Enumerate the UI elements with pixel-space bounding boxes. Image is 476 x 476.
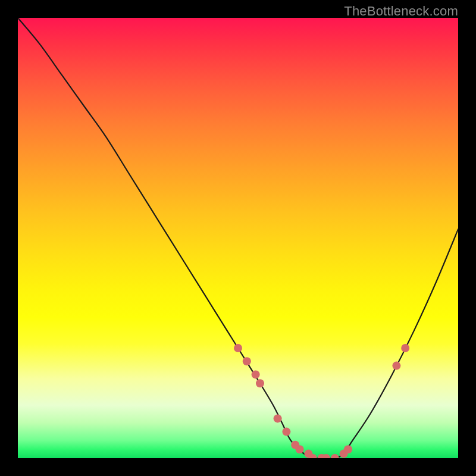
curve-layer — [18, 18, 458, 458]
highlight-dot — [296, 445, 304, 453]
highlight-dot — [344, 445, 352, 453]
highlight-dot — [274, 414, 282, 422]
plot-area — [18, 18, 458, 458]
chart-container: TheBottleneck.com — [0, 0, 476, 476]
highlight-dot — [331, 454, 339, 458]
highlight-dot — [234, 344, 242, 352]
highlight-dot — [243, 357, 251, 365]
highlight-dots — [234, 344, 409, 458]
highlight-dot — [252, 370, 260, 378]
highlight-dot — [282, 428, 290, 436]
bottleneck-curve — [18, 18, 458, 458]
highlight-dot — [256, 379, 264, 387]
highlight-dot — [401, 344, 409, 352]
watermark-text: TheBottleneck.com — [344, 4, 458, 19]
highlight-dot — [392, 362, 400, 370]
